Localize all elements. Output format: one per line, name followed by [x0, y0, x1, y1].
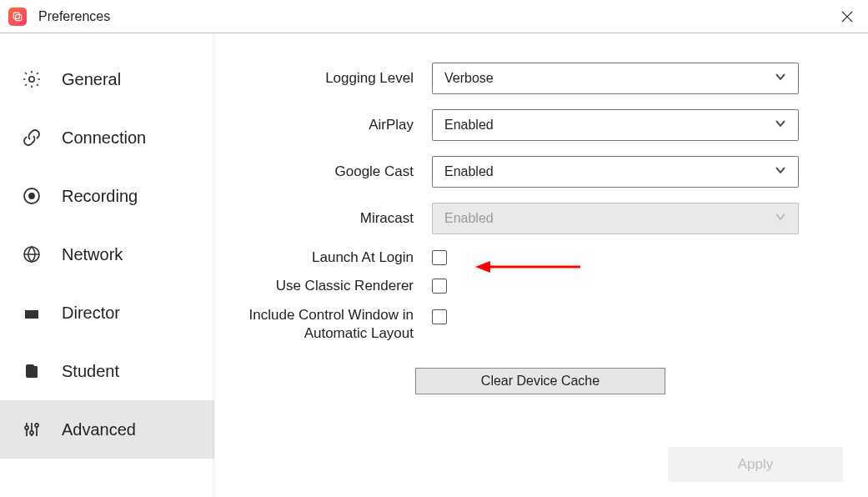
label-include-control-window: Include Control Window in Automatic Layo… — [215, 306, 432, 343]
window-title: Preferences — [38, 9, 110, 24]
link-icon — [20, 128, 43, 148]
close-button[interactable] — [835, 4, 860, 29]
chevron-down-icon — [775, 71, 786, 86]
sidebar-item-label: Network — [62, 245, 123, 264]
button-label: Clear Device Cache — [481, 374, 600, 389]
select-google-cast[interactable]: Enabled — [432, 156, 799, 188]
button-label: Apply — [738, 456, 774, 473]
student-icon — [20, 361, 43, 381]
svg-point-13 — [25, 426, 28, 429]
sidebar-item-general[interactable]: General — [0, 50, 214, 108]
sliders-icon — [20, 419, 43, 439]
label-launch-at-login: Launch At Login — [215, 249, 432, 266]
sidebar-item-label: General — [62, 70, 121, 89]
label-miracast: Miracast — [215, 210, 432, 227]
select-value: Enabled — [444, 118, 494, 133]
titlebar: Preferences — [0, 0, 868, 33]
label-airplay: AirPlay — [215, 117, 432, 133]
close-icon — [841, 11, 853, 23]
checkbox-launch-at-login[interactable] — [432, 250, 447, 265]
sidebar-item-label: Connection — [62, 128, 146, 148]
content-panel: Logging Level Verbose AirPlay Enabled Go… — [215, 33, 868, 497]
svg-point-15 — [35, 424, 38, 427]
svg-point-4 — [29, 77, 34, 82]
sidebar-item-connection[interactable]: Connection — [0, 108, 214, 167]
svg-point-14 — [30, 431, 33, 434]
select-value: Verbose — [444, 71, 494, 86]
svg-rect-1 — [16, 14, 22, 20]
select-value: Enabled — [444, 211, 494, 226]
apply-button: Apply — [668, 447, 843, 482]
clear-device-cache-button[interactable]: Clear Device Cache — [415, 368, 665, 394]
select-value: Enabled — [444, 164, 494, 179]
select-airplay[interactable]: Enabled — [432, 109, 799, 141]
chevron-down-icon — [775, 211, 786, 226]
sidebar-item-label: Advanced — [62, 420, 136, 439]
checkbox-use-classic-renderer[interactable] — [432, 279, 447, 294]
label-logging-level: Logging Level — [215, 70, 432, 87]
sidebar-item-recording[interactable]: Recording — [0, 167, 214, 225]
svg-point-6 — [29, 193, 34, 198]
record-icon — [20, 186, 43, 206]
select-logging-level[interactable]: Verbose — [432, 63, 799, 94]
checkbox-include-control-window[interactable] — [432, 309, 447, 324]
chevron-down-icon — [775, 118, 786, 133]
slate-icon — [20, 303, 43, 323]
svg-rect-0 — [13, 13, 19, 18]
select-miracast: Enabled — [432, 203, 799, 234]
gear-icon — [20, 69, 43, 89]
label-google-cast: Google Cast — [215, 163, 432, 180]
app-icon — [8, 8, 27, 26]
sidebar-item-label: Director — [62, 304, 120, 323]
sidebar-item-student[interactable]: Student — [0, 342, 214, 400]
sidebar-item-label: Student — [62, 362, 119, 381]
globe-icon — [20, 244, 43, 264]
sidebar-item-advanced[interactable]: Advanced — [0, 400, 214, 459]
svg-rect-9 — [33, 366, 38, 378]
label-use-classic-renderer: Use Classic Renderer — [215, 278, 432, 294]
sidebar-item-network[interactable]: Network — [0, 225, 214, 284]
sidebar-item-label: Recording — [62, 187, 138, 206]
sidebar: General Connection Recording Network Dir — [0, 33, 215, 497]
sidebar-item-director[interactable]: Director — [0, 284, 214, 342]
chevron-down-icon — [775, 164, 786, 179]
